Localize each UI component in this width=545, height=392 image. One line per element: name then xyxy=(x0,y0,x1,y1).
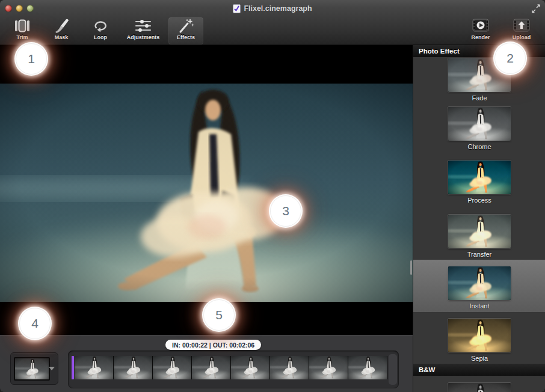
loop-icon xyxy=(91,17,109,34)
mask-label: Mask xyxy=(55,34,69,41)
callout-5: 5 xyxy=(203,299,235,331)
adjustments-icon xyxy=(134,17,152,34)
effect-label: Fade xyxy=(413,94,545,102)
effect-item-sepia[interactable]: Sepia xyxy=(413,315,545,367)
upload-icon xyxy=(513,17,530,34)
filmstrip-frame[interactable] xyxy=(114,356,153,379)
in-point-marker[interactable] xyxy=(72,356,74,379)
loop-button[interactable]: Loop xyxy=(83,17,118,44)
effect-item-fade[interactable]: Fade xyxy=(413,55,545,107)
upload-button[interactable]: Upload xyxy=(504,17,539,44)
timeline-panel: IN: 00:00:22 | OUT: 00:02:06 xyxy=(0,335,413,392)
effect-thumbnail[interactable] xyxy=(448,215,511,248)
in-out-badge: IN: 00:00:22 | OUT: 00:02:06 xyxy=(165,340,261,350)
effect-item-transfer[interactable]: Transfer xyxy=(413,211,545,263)
callout-4: 4 xyxy=(19,308,51,339)
filmstrip-frame[interactable] xyxy=(192,356,231,379)
scrollbar-thumb[interactable] xyxy=(410,260,412,275)
adjustments-label: Adjustments xyxy=(127,34,160,41)
effects-icon xyxy=(177,17,195,34)
filmstrip-scrubber[interactable] xyxy=(68,351,399,388)
clip-thumbnail xyxy=(14,357,50,381)
render-button[interactable]: Render xyxy=(463,17,498,44)
effect-label: Chrome xyxy=(413,143,545,150)
adjustments-button[interactable]: Adjustments xyxy=(122,17,164,44)
clip-source-selector[interactable] xyxy=(10,352,58,385)
effect-thumbnail[interactable] xyxy=(448,161,511,194)
effect-label: Sepia xyxy=(413,355,545,362)
effect-label: Instant xyxy=(413,302,545,310)
trim-button[interactable]: Trim xyxy=(5,17,40,44)
filmstrip-frame[interactable] xyxy=(348,356,387,379)
callout-2: 2 xyxy=(494,43,526,74)
effect-thumbnail[interactable] xyxy=(448,107,511,141)
effect-item-chrome[interactable]: Chrome xyxy=(413,103,545,156)
effect-thumbnail[interactable] xyxy=(448,319,511,352)
effect-thumbnail[interactable] xyxy=(448,383,511,392)
document-icon xyxy=(233,4,241,13)
effect-item-process[interactable]: Process xyxy=(413,157,545,209)
toolbar-actions: Render Upload xyxy=(463,17,545,44)
trim-label: Trim xyxy=(16,34,28,41)
filmstrip-frame[interactable] xyxy=(270,356,309,379)
mask-icon xyxy=(52,17,70,34)
window-title: Flixel.cinemagraph xyxy=(244,4,312,13)
filmstrip-frame[interactable] xyxy=(309,356,348,379)
effect-item-instant[interactable]: Instant xyxy=(413,260,545,312)
effects-label: Effects xyxy=(177,34,195,41)
filmstrip-frame[interactable] xyxy=(153,356,192,379)
effect-thumbnail[interactable] xyxy=(448,266,511,300)
app-window: Flixel.cinemagraph Trim xyxy=(0,0,545,392)
preview-canvas xyxy=(0,45,413,335)
mask-button[interactable]: Mask xyxy=(44,17,79,44)
toolbar-tools: Trim Mask xyxy=(0,17,203,44)
toolbar: Trim Mask xyxy=(0,17,545,45)
callout-3: 3 xyxy=(270,195,301,227)
effect-label: Process xyxy=(413,197,545,204)
loop-label: Loop xyxy=(94,34,107,41)
fullscreen-icon[interactable] xyxy=(531,4,541,13)
trim-icon xyxy=(13,17,31,34)
effects-button[interactable]: Effects xyxy=(168,17,203,44)
upload-label: Upload xyxy=(513,34,531,41)
filmstrip-frame[interactable] xyxy=(231,356,270,379)
title-area: Flixel.cinemagraph xyxy=(0,0,545,17)
render-icon xyxy=(472,17,489,34)
cinemagraph-preview xyxy=(0,84,413,302)
effect-item-bw[interactable] xyxy=(413,379,545,392)
filmstrip-frame[interactable] xyxy=(75,356,114,379)
filmstrip-frames xyxy=(75,356,387,379)
section-header-bw: B&W xyxy=(413,364,545,376)
titlebar: Flixel.cinemagraph xyxy=(0,0,545,17)
effects-sidebar: Photo Effect Fade Chrome Process Transfe… xyxy=(413,45,545,392)
window-chrome: Flixel.cinemagraph Trim xyxy=(0,0,545,45)
chevron-down-icon[interactable] xyxy=(49,367,55,370)
callout-1: 1 xyxy=(16,43,47,75)
effect-label: Transfer xyxy=(413,251,545,258)
render-label: Render xyxy=(471,34,490,41)
